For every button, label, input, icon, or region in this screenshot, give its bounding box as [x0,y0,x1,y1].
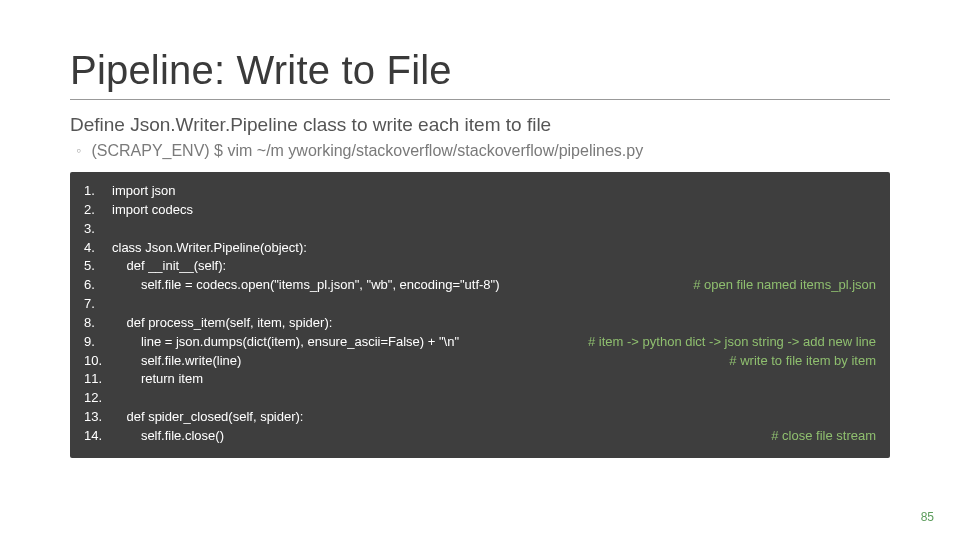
slide: Pipeline: Write to File Define Json.Writ… [0,0,960,540]
line-number: 6. [84,276,112,295]
code-text: self.file.write(line) [112,352,729,371]
code-line: 6. self.file = codecs.open("items_pl.jso… [84,276,876,295]
line-number: 13. [84,408,112,427]
code-line: 10. self.file.write(line) # write to fil… [84,352,876,371]
command-text: (SCRAPY_ENV) $ vim ~/m yworking/stackove… [91,142,643,159]
line-number: 12. [84,389,112,408]
line-number: 2. [84,201,112,220]
line-number: 1. [84,182,112,201]
code-line: 14. self.file.close() # close file strea… [84,427,876,446]
code-line: 5. def __init__(self): [84,257,876,276]
line-number: 10. [84,352,112,371]
code-comment: # write to file item by item [729,352,876,371]
code-text: def process_item(self, item, spider): [112,314,876,333]
subtitle: Define Json.Writer.Pipeline class to wri… [70,114,890,136]
bullet-icon: ◦ [76,142,81,158]
code-line: 13. def spider_closed(self, spider): [84,408,876,427]
code-line: 7. [84,295,876,314]
code-line: 9. line = json.dumps(dict(item), ensure_… [84,333,876,352]
line-number: 7. [84,295,112,314]
page-number: 85 [921,510,934,524]
code-text: return item [112,370,876,389]
line-number: 11. [84,370,112,389]
line-number: 3. [84,220,112,239]
code-comment: # open file named items_pl.json [693,276,876,295]
code-text: import json [112,182,876,201]
code-text: def spider_closed(self, spider): [112,408,876,427]
code-comment: # item -> python dict -> json string -> … [588,333,876,352]
command-line: ◦ (SCRAPY_ENV) $ vim ~/m yworking/stacko… [76,142,890,160]
code-line: 12. [84,389,876,408]
code-text: import codecs [112,201,876,220]
code-comment: # close file stream [771,427,876,446]
line-number: 5. [84,257,112,276]
line-number: 8. [84,314,112,333]
code-text: self.file = codecs.open("items_pl.json",… [112,276,693,295]
code-text: self.file.close() [112,427,771,446]
line-number: 4. [84,239,112,258]
code-line: 4. class Json.Writer.Pipeline(object): [84,239,876,258]
line-number: 14. [84,427,112,446]
code-block: 1. import json 2. import codecs 3. 4. cl… [70,172,890,458]
code-line: 8. def process_item(self, item, spider): [84,314,876,333]
page-title: Pipeline: Write to File [70,48,890,93]
title-rule [70,99,890,100]
code-text: def __init__(self): [112,257,876,276]
line-number: 9. [84,333,112,352]
code-line: 1. import json [84,182,876,201]
code-line: 11. return item [84,370,876,389]
code-line: 3. [84,220,876,239]
code-line: 2. import codecs [84,201,876,220]
code-text: line = json.dumps(dict(item), ensure_asc… [112,333,588,352]
code-text: class Json.Writer.Pipeline(object): [112,239,876,258]
